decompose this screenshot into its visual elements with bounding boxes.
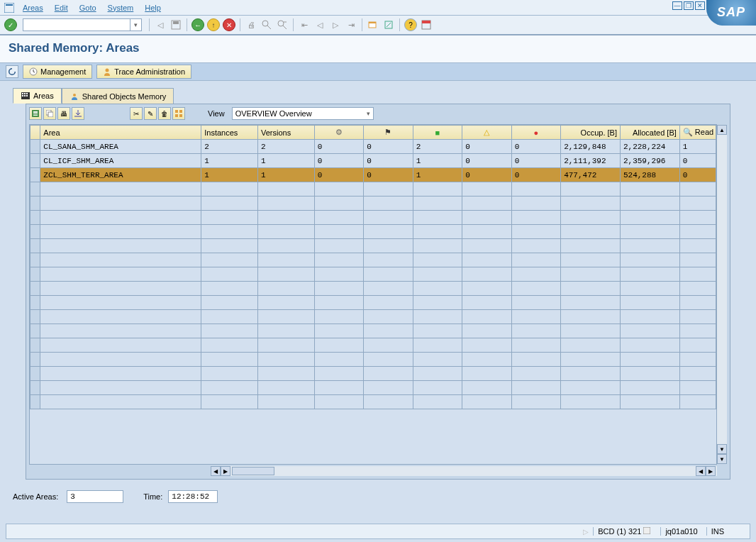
row-marker[interactable] xyxy=(30,381,40,395)
scroll-up-icon[interactable]: ▲ xyxy=(717,125,727,135)
col-red[interactable]: ● xyxy=(511,126,561,140)
view-select[interactable]: OVERVIEW Overview ▾ xyxy=(232,107,374,120)
layout-menu-icon[interactable] xyxy=(420,18,433,31)
table-row[interactable] xyxy=(30,225,716,239)
row-marker[interactable] xyxy=(30,211,40,225)
table-row[interactable] xyxy=(30,197,716,211)
close-icon[interactable]: ✕ xyxy=(695,1,705,10)
scroll-down2-icon[interactable]: ▼ xyxy=(717,454,727,464)
table-row[interactable]: CL_ICF_SHM_AREA11001002,111,3922,359,296… xyxy=(30,154,716,168)
last-page-icon[interactable]: ⇥ xyxy=(345,18,357,31)
first-page-icon[interactable]: ⇤ xyxy=(298,18,311,31)
row-marker[interactable] xyxy=(30,140,40,154)
row-marker[interactable] xyxy=(30,154,40,168)
row-marker[interactable] xyxy=(30,338,40,353)
enter-button[interactable]: ✓ xyxy=(4,18,17,31)
save-icon[interactable] xyxy=(169,18,182,31)
print-icon[interactable]: 🖨 xyxy=(245,18,257,31)
scroll-right-l-icon[interactable]: ◀ xyxy=(696,466,706,476)
row-selector-header[interactable] xyxy=(30,126,40,140)
scrollbar-thumb[interactable] xyxy=(232,467,274,475)
layout-icon[interactable] xyxy=(172,107,185,120)
col-building[interactable]: ⚙ xyxy=(314,126,364,140)
row-marker[interactable] xyxy=(30,253,40,267)
tab-areas[interactable]: Areas xyxy=(13,88,62,104)
table-row[interactable] xyxy=(30,282,716,296)
table-row[interactable] xyxy=(30,324,716,338)
copy-icon[interactable] xyxy=(43,107,56,120)
command-input[interactable] xyxy=(23,19,130,31)
management-button[interactable]: Management xyxy=(23,65,92,79)
menu-system[interactable]: System xyxy=(102,2,140,13)
table-row[interactable] xyxy=(30,267,716,282)
table-row[interactable] xyxy=(30,310,716,324)
table-row[interactable] xyxy=(30,338,716,353)
col-green[interactable]: ■ xyxy=(413,126,462,140)
row-marker[interactable] xyxy=(30,395,40,409)
command-field[interactable]: ▾ xyxy=(23,18,142,31)
table-row[interactable] xyxy=(30,353,716,367)
table-row[interactable] xyxy=(30,239,716,253)
scroll-down-icon[interactable]: ▼ xyxy=(717,444,727,454)
col-read[interactable]: 🔍 Read xyxy=(679,126,716,140)
vertical-scrollbar[interactable]: ▲ ▼ ▼ xyxy=(717,125,727,464)
col-instances[interactable]: Instances xyxy=(201,126,258,140)
menu-goto[interactable]: Goto xyxy=(74,2,102,13)
maximize-icon[interactable]: ❐ xyxy=(684,1,694,10)
table-row[interactable] xyxy=(30,211,716,225)
trace-admin-button[interactable]: Trace Administration xyxy=(96,65,191,79)
command-dropdown-icon[interactable]: ▾ xyxy=(130,19,141,31)
export-icon[interactable] xyxy=(72,107,84,120)
row-marker[interactable] xyxy=(30,225,40,239)
refresh-icon[interactable] xyxy=(6,65,18,78)
status-server[interactable]: jq01a010 xyxy=(660,527,701,536)
shortcut-icon[interactable] xyxy=(382,18,395,31)
back-button[interactable]: ← xyxy=(191,18,204,31)
cancel-button[interactable]: ✕ xyxy=(223,18,235,31)
delete-icon[interactable]: 🗑 xyxy=(158,107,171,120)
row-marker[interactable] xyxy=(30,282,40,296)
find-icon[interactable] xyxy=(260,18,273,31)
status-client[interactable]: BCD (1) 321 xyxy=(593,527,656,536)
col-occupied[interactable]: Occup. [B] xyxy=(561,126,621,140)
new-session-icon[interactable] xyxy=(367,18,379,31)
row-marker[interactable] xyxy=(30,239,40,253)
active-areas-field[interactable] xyxy=(67,490,123,503)
status-mode[interactable]: INS xyxy=(706,527,728,536)
next-page-icon[interactable]: ▷ xyxy=(329,18,342,31)
row-marker[interactable] xyxy=(30,168,40,182)
table-row[interactable] xyxy=(30,367,716,381)
row-marker[interactable] xyxy=(30,324,40,338)
col-area[interactable]: Area xyxy=(40,126,201,140)
table-row[interactable] xyxy=(30,253,716,267)
help-button[interactable]: ? xyxy=(404,18,417,31)
prev-page-icon[interactable]: ◁ xyxy=(313,18,326,31)
row-marker[interactable] xyxy=(30,182,40,197)
scroll-left2-icon[interactable]: ▶ xyxy=(221,466,230,476)
print-icon[interactable]: 🖶 xyxy=(57,107,70,120)
row-marker[interactable] xyxy=(30,353,40,367)
table-row[interactable]: CL_SANA_SHM_AREA22002002,129,8482,228,22… xyxy=(30,140,716,154)
row-marker[interactable] xyxy=(30,296,40,310)
row-marker[interactable] xyxy=(30,310,40,324)
col-versions[interactable]: Versions xyxy=(257,126,314,140)
menu-edit[interactable]: Edit xyxy=(49,2,74,13)
col-allocated[interactable]: Allocated [B] xyxy=(620,126,679,140)
table-row[interactable] xyxy=(30,381,716,395)
tab-shared-objects[interactable]: Shared Objects Memory xyxy=(62,88,174,104)
table-row[interactable] xyxy=(30,182,716,197)
change-icon[interactable]: ✎ xyxy=(144,107,157,120)
col-flag[interactable]: ⚑ xyxy=(364,126,413,140)
scroll-left-icon[interactable]: ◀ xyxy=(211,466,221,476)
find-next-icon[interactable] xyxy=(276,18,289,31)
app-menu-icon[interactable] xyxy=(4,3,14,13)
table-row[interactable] xyxy=(30,296,716,310)
exit-button[interactable]: ↑ xyxy=(207,18,220,31)
table-row[interactable]: ZCL_SHM_TERR_AREA1100100477,472524,2880 xyxy=(30,168,716,182)
menu-help[interactable]: Help xyxy=(139,2,167,13)
details-icon[interactable] xyxy=(29,107,42,120)
scroll-right-r-icon[interactable]: ▶ xyxy=(706,466,716,476)
time-field[interactable] xyxy=(168,490,218,503)
back-nav-icon[interactable]: ◁ xyxy=(154,18,167,31)
col-yellow[interactable]: △ xyxy=(462,126,512,140)
